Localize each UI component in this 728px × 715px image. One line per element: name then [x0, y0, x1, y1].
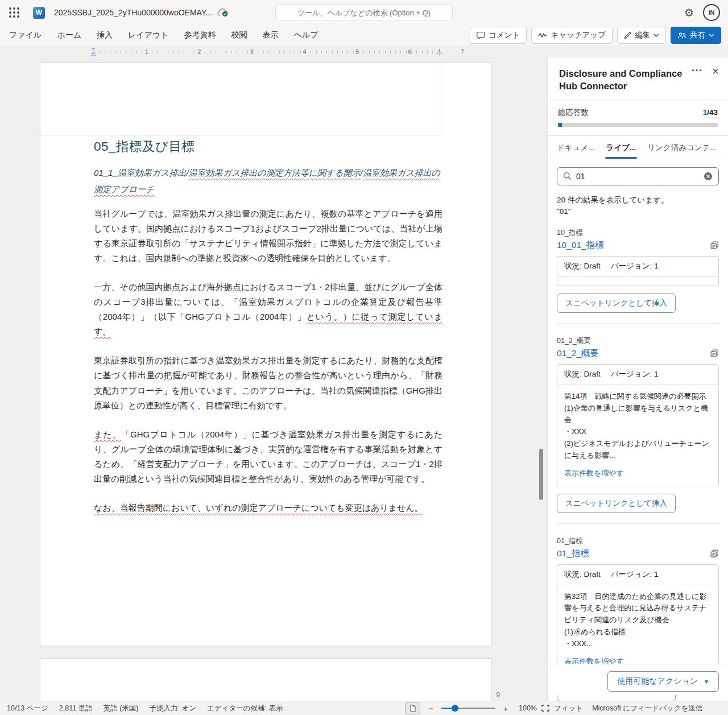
result-link[interactable]: 10_01_指標: [557, 239, 604, 251]
indent-marker[interactable]: [91, 48, 96, 56]
menu-layout[interactable]: レイアウト: [128, 30, 169, 40]
result-status-box: 状況: Draftバージョン: 1 第32項 目的達成のため企業の見通しに影響を…: [557, 564, 719, 675]
comments-button[interactable]: コメント: [470, 27, 527, 44]
library-search-box[interactable]: [557, 167, 719, 185]
document-title[interactable]: 2025SSBJ_2025_2yTHu000000woOEMAY...: [54, 8, 212, 17]
menu-review[interactable]: 校閲: [231, 30, 247, 40]
doc-paragraph-3: 東京証券取引所の指針に基づき温室効果ガス排出量を測定するにあたり、財務的な支配権…: [94, 353, 442, 412]
cloud-saved-icon: [217, 8, 229, 17]
share-button[interactable]: 共有: [671, 27, 721, 44]
status-value: 状況: Draft: [564, 569, 601, 580]
zoom-slider[interactable]: [441, 705, 495, 712]
title-bar: W 2025SSBJ_2025_2yTHu000000woOEMAY... ⚙ …: [0, 0, 728, 25]
horizontal-ruler: 1234567: [85, 47, 449, 57]
result-link[interactable]: 01_2_概要: [557, 348, 599, 359]
library-search-input[interactable]: [576, 172, 699, 181]
word-web-app: W 2025SSBJ_2025_2yTHu000000woOEMAY... ⚙ …: [0, 0, 728, 715]
word-app-icon[interactable]: W: [33, 7, 45, 19]
page-number-label: 9: [496, 691, 500, 699]
result-snippet-text: 第14項 戦略に関する気候関連の必要開示 (1)企業の見通しに影響を与えるリスク…: [557, 385, 718, 463]
zoom-in-button[interactable]: +: [502, 704, 510, 713]
close-panel-icon[interactable]: ×: [712, 65, 719, 77]
comment-icon: [477, 31, 485, 39]
query-echo-text: "01": [557, 207, 719, 216]
result-category: 01_2_概要: [557, 336, 719, 346]
panel-title: Disclosure and Compliance Hub Connector: [559, 68, 694, 93]
available-actions-button[interactable]: 使用可能なアクション ▼: [607, 671, 719, 692]
available-actions-label: 使用可能なアクション: [617, 676, 698, 687]
clear-search-icon[interactable]: [704, 172, 713, 181]
progress-bar: [558, 123, 718, 127]
doc-paragraph-1: 当社グループでは、温室効果ガス排出量の測定にあたり、複数の基準とアプローチを適用…: [94, 206, 442, 266]
menu-insert[interactable]: 挿入: [97, 30, 113, 40]
document-content: 05_指標及び目標 01_1_温室効果ガス排出/温室効果ガス排出の測定方法等に関…: [94, 138, 442, 530]
tab-document[interactable]: ドキュメ...: [551, 136, 601, 159]
tab-linked-content[interactable]: リンク済みコンテ...: [642, 136, 722, 159]
doc-paragraph-2: 一方、その他国内拠点および海外拠点におけるスコープ1・2排出量、並びにグループ全…: [94, 280, 442, 339]
disclosure-hub-panel: Disclosure and Compliance Hub Connector …: [547, 57, 728, 701]
copy-icon[interactable]: [710, 549, 719, 558]
edit-mode-button[interactable]: 編集: [617, 27, 666, 44]
edit-mode-label: 編集: [635, 30, 650, 40]
search-results-list: 20 件の結果を表示しています。 "01" 10_指標 10_01_指標 状況:…: [548, 185, 728, 701]
doc-paragraph-5: なお、当報告期間において、いずれの測定アプローチについても変更はありません。: [94, 501, 442, 515]
zoom-slider-knob[interactable]: [452, 705, 458, 712]
chevron-down-icon: [653, 34, 659, 37]
zoom-percent[interactable]: 100%: [519, 704, 537, 712]
menu-references[interactable]: 参考資料: [184, 30, 216, 40]
share-people-icon: [677, 32, 686, 39]
global-search-input[interactable]: [275, 4, 453, 21]
result-category: 01_指標: [557, 536, 719, 546]
total-responses-label: 総応答数: [558, 108, 589, 118]
catchup-button[interactable]: キャッチアップ: [531, 27, 613, 44]
document-canvas: 05_指標及び目標 01_1_温室効果ガス排出/温室効果ガス排出の測定方法等に関…: [0, 57, 547, 701]
show-more-link[interactable]: 表示件数を増やす: [557, 463, 718, 486]
result-card: 01_2_概要 01_2_概要 状況: Draftバージョン: 1 第14項 戦…: [557, 336, 719, 524]
document-scrollbar[interactable]: [539, 449, 543, 500]
response-summary: 総応答数 1/43: [548, 100, 728, 135]
copy-icon[interactable]: [710, 241, 719, 250]
document-page-9[interactable]: 05_指標及び目標 01_1_温室効果ガス排出/温室効果ガス排出の測定方法等に関…: [40, 63, 492, 646]
zoom-out-button[interactable]: −: [427, 704, 435, 713]
panel-footer: 使用可能なアクション ▼: [548, 664, 728, 695]
catchup-pulse-icon: [538, 32, 547, 39]
result-link[interactable]: 01_指標: [557, 548, 589, 560]
editor-suggestions-status[interactable]: エディターの候補: 表示: [207, 704, 283, 713]
result-card: 10_指標 10_01_指標 状況: Draftバージョン: 1 スニペットリン…: [557, 228, 719, 324]
ribbon-menu-bar: ファイル ホーム 挿入 レイアウト 参考資料 校閲 表示 ヘルプ コメント キャ…: [0, 25, 728, 46]
insert-snippet-link-button[interactable]: スニペットリンクとして挿入: [557, 494, 676, 513]
document-page-10[interactable]: [40, 658, 492, 701]
menu-file[interactable]: ファイル: [9, 30, 42, 40]
menu-view[interactable]: 表示: [263, 30, 279, 40]
more-options-icon[interactable]: [692, 69, 702, 72]
page-icon: [410, 705, 416, 712]
menu-home[interactable]: ホーム: [57, 30, 81, 40]
fit-label[interactable]: フィット: [554, 704, 583, 713]
menu-help[interactable]: ヘルプ: [294, 30, 318, 40]
results-count-text: 20 件の結果を表示しています。: [557, 195, 719, 206]
status-value: 状況: Draft: [564, 369, 601, 379]
language-status[interactable]: 英語 (米国): [104, 704, 139, 713]
search-icon: [563, 172, 572, 180]
account-avatar[interactable]: IN: [703, 4, 720, 21]
send-feedback-link[interactable]: Microsoft にフィードバックを送信: [592, 704, 702, 713]
response-count: 1/43: [703, 108, 718, 117]
insert-snippet-link-button[interactable]: スニペットリンクとして挿入: [557, 294, 676, 313]
status-bar: 10/13 ページ 2,811 単語 英語 (米国) 予測入力: オン エディタ…: [0, 701, 728, 715]
tab-library[interactable]: ライブ...: [601, 136, 642, 159]
fit-width-icon[interactable]: [541, 705, 549, 712]
chevron-down-icon: [709, 34, 714, 37]
copy-icon[interactable]: [710, 349, 719, 358]
page-count-status[interactable]: 10/13 ページ: [7, 704, 48, 713]
right-indent-marker[interactable]: [436, 49, 442, 55]
page-view-button[interactable]: [405, 702, 420, 714]
share-label: 共有: [690, 30, 705, 40]
text-predictions-status[interactable]: 予測入力: オン: [149, 704, 196, 713]
doc-heading: 05_指標及び目標: [94, 138, 442, 155]
app-launcher-icon[interactable]: [8, 6, 20, 19]
result-status-box: 状況: Draftバージョン: 1 第14項 戦略に関する気候関連の必要開示 (…: [557, 364, 719, 486]
settings-gear-icon[interactable]: ⚙: [684, 7, 694, 18]
version-value: バージョン: 1: [611, 569, 659, 580]
result-status-box: 状況: Draftバージョン: 1: [557, 256, 719, 286]
word-count-status[interactable]: 2,811 単語: [59, 704, 93, 713]
